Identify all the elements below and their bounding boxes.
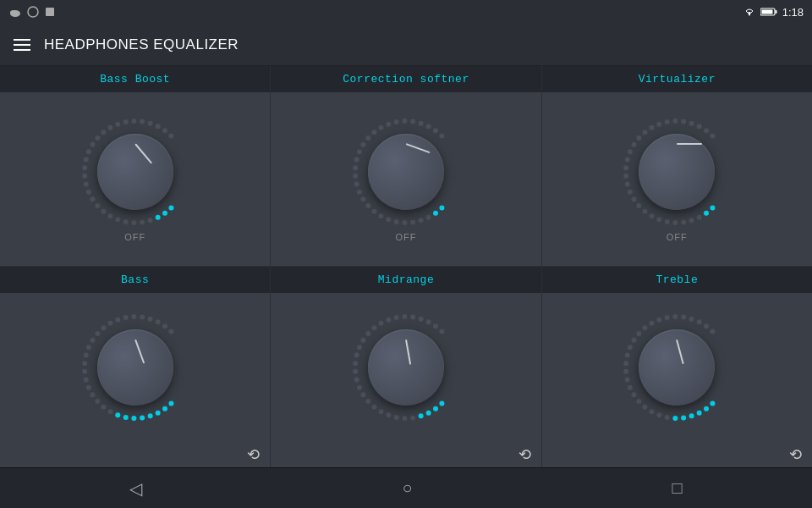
svg-point-60 <box>386 121 391 126</box>
svg-point-86 <box>632 141 637 146</box>
midrange-label: Midrange <box>271 267 540 293</box>
svg-point-36 <box>162 128 167 133</box>
midrange-area <box>351 293 461 442</box>
svg-point-175 <box>628 345 633 350</box>
svg-point-23 <box>82 165 87 170</box>
svg-point-152 <box>402 314 407 319</box>
midrange-body <box>368 329 444 406</box>
svg-point-181 <box>665 315 670 320</box>
svg-point-52 <box>353 173 358 178</box>
svg-point-84 <box>625 157 630 162</box>
svg-point-28 <box>101 130 106 135</box>
midrange-knob[interactable] <box>351 312 461 422</box>
circle-icon <box>27 6 39 18</box>
treble-area <box>622 293 732 442</box>
svg-point-39 <box>433 210 438 215</box>
svg-point-24 <box>83 157 88 162</box>
svg-point-78 <box>637 203 642 208</box>
svg-point-184 <box>689 317 694 322</box>
knob-cell-treble: Treble ⟲ <box>542 267 812 467</box>
svg-point-118 <box>101 325 106 330</box>
svg-point-170 <box>628 385 633 390</box>
svg-point-105 <box>115 412 120 417</box>
treble-reset-area: ⟲ <box>542 442 812 467</box>
midrange-reset-area: ⟲ <box>271 442 540 467</box>
svg-point-171 <box>625 377 630 382</box>
svg-point-1 <box>10 10 17 15</box>
svg-point-19 <box>90 196 95 202</box>
recent-button[interactable]: □ <box>655 472 699 505</box>
svg-point-143 <box>353 361 358 366</box>
svg-point-142 <box>353 369 358 374</box>
svg-point-27 <box>95 135 100 140</box>
svg-point-96 <box>704 128 709 133</box>
bass-boost-body <box>97 134 173 210</box>
svg-point-72 <box>681 219 686 224</box>
svg-point-47 <box>371 208 376 213</box>
knob-cell-correction: Correction softner OFF <box>271 66 541 267</box>
svg-point-59 <box>378 124 383 130</box>
svg-point-55 <box>357 149 362 154</box>
svg-point-35 <box>155 124 160 129</box>
hamburger-menu[interactable] <box>14 39 30 51</box>
svg-point-26 <box>90 141 95 146</box>
svg-point-76 <box>650 213 655 218</box>
svg-point-42 <box>410 219 415 224</box>
svg-point-88 <box>643 130 648 135</box>
svg-point-123 <box>140 315 145 320</box>
svg-point-168 <box>637 399 642 404</box>
svg-point-94 <box>689 120 694 125</box>
midrange-reset-button[interactable]: ⟲ <box>518 445 531 464</box>
svg-point-83 <box>624 165 629 170</box>
svg-point-112 <box>82 369 87 374</box>
svg-point-30 <box>115 121 120 126</box>
svg-rect-3 <box>46 8 54 16</box>
correction-body <box>368 134 444 210</box>
svg-point-121 <box>123 315 128 320</box>
svg-point-51 <box>354 181 359 186</box>
svg-point-70 <box>697 214 702 219</box>
bass-reset-button[interactable]: ⟲ <box>247 445 260 464</box>
svg-point-16 <box>107 213 112 218</box>
svg-point-182 <box>673 314 678 319</box>
svg-point-37 <box>168 133 173 138</box>
svg-point-114 <box>83 353 88 358</box>
correction-knob[interactable] <box>351 117 461 227</box>
svg-point-128 <box>439 400 444 406</box>
svg-point-56 <box>360 141 365 146</box>
svg-point-156 <box>433 323 438 329</box>
bass-knob[interactable] <box>80 312 190 422</box>
bass-boost-knob[interactable] <box>80 117 190 227</box>
svg-point-43 <box>402 219 407 224</box>
svg-point-89 <box>650 124 655 130</box>
svg-point-109 <box>90 392 95 397</box>
battery-icon <box>760 7 777 17</box>
svg-point-12 <box>140 219 145 224</box>
svg-point-53 <box>353 165 358 170</box>
svg-point-176 <box>632 338 637 343</box>
svg-point-18 <box>95 203 100 208</box>
svg-point-120 <box>115 318 120 323</box>
app-bar: HEADPHONES EQUALIZER <box>0 24 812 66</box>
svg-point-2 <box>28 7 38 17</box>
svg-point-111 <box>83 377 88 382</box>
svg-point-101 <box>147 413 152 418</box>
svg-point-165 <box>657 412 662 417</box>
knob-cell-bass: Bass ⟲ <box>0 267 271 467</box>
status-icons-right: 1:18 <box>743 6 804 19</box>
back-button[interactable]: ◁ <box>112 472 159 505</box>
treble-reset-button[interactable]: ⟲ <box>789 445 802 464</box>
bass-area <box>80 293 190 442</box>
svg-point-75 <box>657 217 662 222</box>
svg-point-136 <box>378 409 383 414</box>
svg-point-166 <box>650 409 655 414</box>
svg-point-14 <box>123 218 128 224</box>
virtualizer-knob[interactable] <box>622 117 732 227</box>
treble-knob[interactable] <box>622 312 732 422</box>
svg-point-33 <box>140 119 145 124</box>
svg-point-187 <box>710 329 716 334</box>
svg-point-149 <box>378 321 383 326</box>
svg-point-65 <box>426 124 431 129</box>
svg-point-107 <box>101 405 106 410</box>
home-button[interactable]: ○ <box>385 472 429 505</box>
